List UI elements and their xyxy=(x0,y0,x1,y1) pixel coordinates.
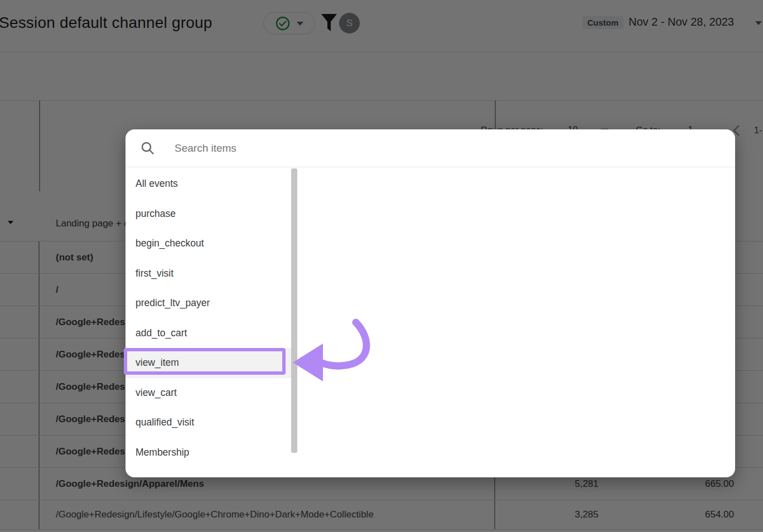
list-item-begin-checkout[interactable]: begin_checkout xyxy=(125,229,291,259)
list-item-add-to-cart[interactable]: add_to_cart xyxy=(125,318,291,349)
event-picker-dialog: All events purchase begin_checkout first… xyxy=(125,129,735,477)
list-scrollbar[interactable] xyxy=(291,168,297,453)
list-item-view-cart[interactable]: view_cart xyxy=(125,378,291,408)
search-bar xyxy=(125,129,735,167)
list-item-first-visit[interactable]: first_visit xyxy=(125,259,291,289)
list-item-qualified-visit[interactable]: qualified_visit xyxy=(125,408,291,438)
list-item-predict-ltv-payer[interactable]: predict_ltv_payer xyxy=(125,288,291,318)
screen: Session default channel group S Custom N… xyxy=(0,0,763,532)
list-item-membership[interactable]: Membership xyxy=(125,438,291,468)
event-list: All events purchase begin_checkout first… xyxy=(125,169,291,467)
search-input[interactable] xyxy=(175,142,509,154)
highlight-box-annotation xyxy=(124,348,286,375)
list-item-all-events[interactable]: All events xyxy=(125,169,291,199)
search-icon xyxy=(141,141,154,155)
list-item-purchase[interactable]: purchase xyxy=(125,199,291,229)
